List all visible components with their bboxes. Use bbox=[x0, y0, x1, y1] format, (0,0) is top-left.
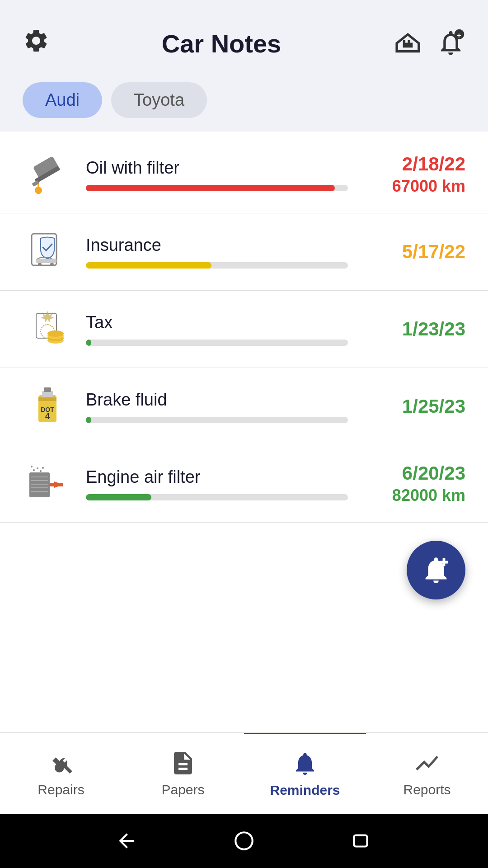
progress-fill-tax bbox=[86, 340, 91, 346]
reminder-date-tax: 1/23/23 bbox=[361, 318, 465, 340]
reminder-name-insurance: Insurance bbox=[86, 236, 348, 255]
oil-icon bbox=[23, 150, 72, 199]
car-tab-toyota[interactable]: Toyota bbox=[111, 82, 207, 118]
nav-label-reminders: Reminders bbox=[270, 783, 340, 798]
date-tax: 1/23/23 bbox=[361, 318, 465, 340]
reminder-name-air-filter: Engine air filter bbox=[86, 467, 348, 487]
svg-point-29 bbox=[33, 469, 35, 471]
reminder-content-brake-fluid: Brake fluid bbox=[86, 390, 348, 423]
svg-text:4: 4 bbox=[45, 412, 50, 421]
reminder-item-oil[interactable]: Oil with filter 2/18/22 67000 km bbox=[0, 136, 488, 213]
nav-item-repairs[interactable]: Repairs bbox=[0, 733, 122, 814]
air-filter-icon bbox=[23, 459, 72, 509]
reminder-date-air-filter: 6/20/23 82000 km bbox=[361, 462, 465, 505]
settings-icon[interactable] bbox=[23, 27, 50, 60]
svg-rect-37 bbox=[354, 835, 367, 847]
svg-rect-19 bbox=[44, 387, 51, 392]
add-notification-icon[interactable]: + bbox=[436, 28, 465, 59]
insurance-icon bbox=[23, 227, 72, 277]
svg-rect-8 bbox=[36, 259, 56, 263]
reminder-list: Oil with filter 2/18/22 67000 km bbox=[0, 132, 488, 732]
nav-label-reports: Reports bbox=[403, 782, 450, 797]
nav-item-reminders[interactable]: Reminders bbox=[244, 733, 366, 814]
car-tabs: Audi Toyota bbox=[0, 73, 488, 132]
reminder-date-brake-fluid: 1/25/23 bbox=[361, 396, 465, 417]
svg-point-30 bbox=[37, 467, 38, 469]
svg-point-32 bbox=[31, 466, 33, 467]
date-insurance: 5/17/22 bbox=[361, 241, 465, 263]
svg-rect-35 bbox=[50, 483, 63, 486]
progress-bar-insurance bbox=[86, 262, 348, 269]
add-reminder-fab[interactable] bbox=[407, 541, 465, 599]
progress-bar-brake-fluid bbox=[86, 417, 348, 423]
km-air-filter: 82000 km bbox=[361, 486, 465, 505]
date-brake-fluid: 1/25/23 bbox=[361, 396, 465, 417]
reminder-content-air-filter: Engine air filter bbox=[86, 467, 348, 500]
svg-point-10 bbox=[50, 263, 54, 266]
svg-point-16 bbox=[47, 330, 64, 337]
reminder-item-insurance[interactable]: Insurance 5/17/22 bbox=[0, 213, 488, 291]
svg-point-31 bbox=[40, 470, 42, 472]
svg-point-33 bbox=[42, 467, 44, 469]
android-back-button[interactable] bbox=[114, 829, 139, 854]
progress-fill-brake-fluid bbox=[86, 417, 91, 423]
progress-bar-air-filter bbox=[86, 494, 348, 500]
date-oil: 2/18/22 bbox=[361, 153, 465, 175]
android-nav-bar bbox=[0, 814, 488, 868]
progress-bar-tax bbox=[86, 340, 348, 346]
svg-text:+: + bbox=[457, 31, 461, 39]
svg-point-9 bbox=[38, 263, 42, 266]
reminder-content-tax: Tax bbox=[86, 313, 348, 346]
car-tab-audi[interactable]: Audi bbox=[23, 82, 102, 118]
reminder-content-insurance: Insurance bbox=[86, 236, 348, 269]
reminder-name-tax: Tax bbox=[86, 313, 348, 332]
svg-rect-22 bbox=[38, 397, 56, 401]
reminder-date-oil: 2/18/22 67000 km bbox=[361, 153, 465, 196]
progress-fill-oil bbox=[86, 185, 335, 191]
reminder-date-insurance: 5/17/22 bbox=[361, 241, 465, 263]
date-air-filter: 6/20/23 bbox=[361, 462, 465, 484]
app-title: Car Notes bbox=[50, 29, 393, 58]
nav-label-papers: Papers bbox=[161, 782, 204, 797]
brake-fluid-icon: DOT 4 bbox=[23, 382, 72, 431]
android-recents-button[interactable] bbox=[349, 829, 374, 854]
progress-fill-air-filter bbox=[86, 494, 151, 500]
fab-area bbox=[0, 523, 488, 613]
km-oil: 67000 km bbox=[361, 177, 465, 196]
svg-rect-23 bbox=[29, 472, 50, 497]
nav-label-repairs: Repairs bbox=[38, 782, 84, 797]
garage-icon[interactable] bbox=[393, 28, 422, 59]
reminder-item-brake-fluid[interactable]: DOT 4 Brake fluid 1/25/23 bbox=[0, 368, 488, 445]
svg-point-36 bbox=[235, 832, 253, 849]
header-actions: + bbox=[393, 28, 465, 59]
reminder-item-tax[interactable]: Tax 1/23/23 bbox=[0, 291, 488, 368]
reminder-name-oil: Oil with filter bbox=[86, 158, 348, 178]
reminder-item-air-filter[interactable]: Engine air filter 6/20/23 82000 km bbox=[0, 445, 488, 523]
reminder-content-oil: Oil with filter bbox=[86, 158, 348, 191]
tax-icon bbox=[23, 304, 72, 354]
bottom-nav: Repairs Papers Reminders Reports bbox=[0, 732, 488, 814]
android-home-button[interactable] bbox=[232, 829, 257, 854]
reminder-name-brake-fluid: Brake fluid bbox=[86, 390, 348, 410]
progress-bar-oil bbox=[86, 185, 348, 191]
nav-item-papers[interactable]: Papers bbox=[122, 733, 244, 814]
progress-fill-insurance bbox=[86, 262, 211, 269]
nav-item-reports[interactable]: Reports bbox=[366, 733, 488, 814]
header: Car Notes + bbox=[0, 0, 488, 73]
